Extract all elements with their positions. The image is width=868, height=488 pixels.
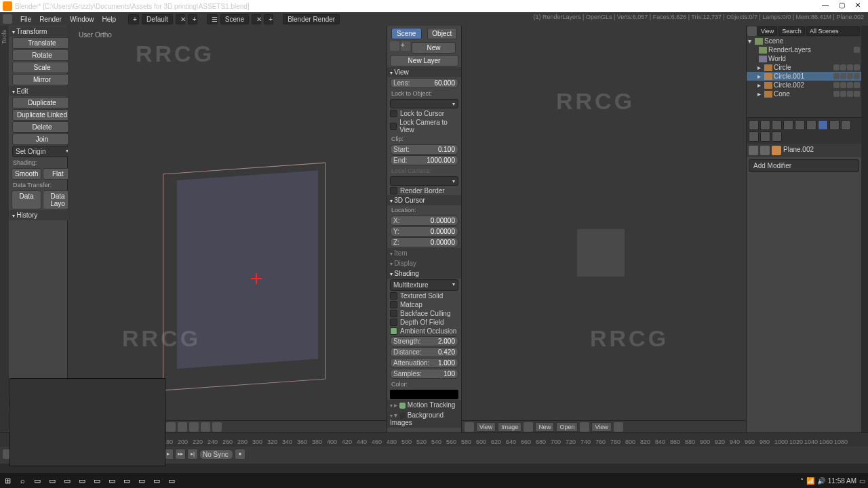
panel-transform[interactable]: Transform [9, 26, 75, 37]
menu-window[interactable]: Window [66, 16, 98, 23]
tab-modifiers-icon[interactable] [818, 120, 828, 130]
tab-data-icon[interactable] [829, 120, 840, 130]
panel-edit[interactable]: Edit [9, 86, 75, 96]
new-layer-button[interactable]: New Layer [390, 55, 458, 66]
tab-world-icon[interactable] [783, 120, 793, 130]
panel-3dcursor[interactable]: 3D Cursor [387, 195, 461, 205]
channels-icon[interactable] [614, 422, 623, 432]
tray-volume-icon[interactable]: 🔊 [817, 477, 825, 485]
view-mode[interactable]: View [591, 422, 611, 432]
scene-name[interactable]: Scene [220, 14, 249, 24]
proportional-icon[interactable] [178, 422, 187, 432]
app-icon[interactable]: ▭ [75, 474, 90, 487]
explorer-icon[interactable]: ▭ [45, 474, 60, 487]
tray-wifi-icon[interactable]: 📶 [806, 477, 814, 485]
keyframe-next-icon[interactable]: ▸▸ [175, 449, 186, 460]
duplicate-button[interactable]: Duplicate [12, 97, 72, 108]
editor-type-icon[interactable] [3, 14, 12, 24]
3d-viewport[interactable]: User Ortho Global [68, 26, 387, 432]
join-button[interactable]: Join [12, 134, 72, 145]
cursor-z[interactable]: Z:0.00000 [390, 237, 458, 247]
layers-grid-icon[interactable] [189, 422, 199, 432]
scale-button[interactable]: Scale [12, 62, 72, 73]
ao-distance-field[interactable]: Distance:0.420 [390, 347, 458, 357]
tray-chevron-icon[interactable]: ˄ [800, 477, 804, 485]
screen-layout[interactable]: Default [142, 14, 173, 24]
menu-file[interactable]: File [16, 16, 35, 23]
tab-render-icon[interactable] [749, 120, 759, 130]
tab-constraints-icon[interactable] [806, 120, 816, 130]
tab-texture-icon[interactable] [749, 131, 759, 142]
add-modifier-dropdown[interactable]: Add Modifier [749, 159, 859, 172]
tab-object-icon[interactable] [795, 120, 805, 130]
image-menu[interactable]: Image [498, 422, 521, 432]
mirror-button[interactable]: Mirror [12, 74, 72, 85]
render-engine[interactable]: Blender Render [283, 14, 340, 24]
app-icon[interactable]: ▭ [60, 474, 75, 487]
editor-type-icon[interactable] [747, 26, 757, 36]
lock-cursor-check[interactable]: Lock to Cursor [387, 109, 461, 118]
outliner-row-scene[interactable]: ▾Scene [747, 37, 861, 45]
local-camera-field[interactable] [390, 176, 458, 186]
matcap-check[interactable]: Matcap [387, 300, 461, 309]
tab-particles-icon[interactable] [760, 131, 770, 142]
breadcrumb-name[interactable]: Plane.002 [783, 146, 814, 155]
ao-check[interactable]: Ambient Occlusion [387, 327, 461, 336]
tab-material-icon[interactable] [841, 120, 851, 130]
outliner-row-circle[interactable]: ▸Circle [747, 63, 861, 72]
sync-mode-dropdown[interactable]: No Sync [199, 449, 233, 460]
outliner-mode[interactable]: All Scenes [806, 26, 860, 36]
lock-object-field[interactable] [390, 99, 458, 108]
maximize-button[interactable]: ▢ [834, 1, 849, 11]
tray-notifications-icon[interactable]: ▭ [859, 477, 865, 485]
uv-icon[interactable] [580, 422, 589, 432]
task-view-icon[interactable]: ▭ [30, 474, 45, 487]
autokey-icon[interactable]: ● [235, 449, 245, 460]
ao-color-swatch[interactable] [390, 390, 458, 399]
app-icon[interactable]: ▭ [149, 474, 164, 487]
app-icon[interactable]: ▭ [104, 474, 119, 487]
jump-end-icon[interactable]: ▸| [187, 449, 198, 460]
duplicate-linked-button[interactable]: Duplicate Linked [12, 109, 72, 121]
layout-add-icon[interactable]: + [188, 14, 197, 24]
dof-check[interactable]: Depth Of Field [387, 318, 461, 327]
translate-button[interactable]: Translate [12, 37, 72, 49]
overlays-icon[interactable] [212, 422, 222, 432]
wrench-icon[interactable] [749, 146, 758, 155]
grease-pencil-icon[interactable] [390, 41, 399, 51]
tab-tools[interactable]: Tools [0, 26, 8, 48]
layout-prev-icon[interactable]: + [128, 14, 139, 24]
tab-render-layers-icon[interactable] [760, 120, 770, 130]
uv-image-editor[interactable]: View Image New Open View [461, 26, 746, 432]
panel-motion-tracking[interactable]: ▸ Motion Tracking [387, 400, 461, 410]
backface-culling-check[interactable]: Backface Culling [387, 309, 461, 318]
lock-camera-check[interactable]: Lock Camera to View [387, 118, 461, 134]
set-origin-dropdown[interactable]: Set Origin [12, 146, 72, 157]
image-browse-icon[interactable] [524, 422, 533, 432]
ao-strength-field[interactable]: Strength:2.000 [390, 336, 458, 346]
render-border-check[interactable]: Render Border [387, 186, 461, 195]
data-button[interactable]: Data [12, 190, 41, 209]
outliner-row-cone[interactable]: ▸Cone [747, 89, 861, 98]
rotate-button[interactable]: Rotate [12, 49, 72, 61]
panel-display[interactable]: Display [387, 258, 461, 268]
search-icon[interactable]: ⌕ [15, 474, 30, 487]
panel-history[interactable]: History [9, 210, 75, 220]
panel-view[interactable]: View [387, 67, 461, 77]
clip-end-field[interactable]: End:1000.000 [390, 155, 458, 165]
outliner-row-world[interactable]: World [747, 54, 861, 63]
close-button[interactable]: ✕ [850, 1, 865, 11]
outliner-search-menu[interactable]: Search [778, 26, 805, 36]
ao-samples-field[interactable]: Samples:100 [390, 369, 458, 379]
panel-bg-images[interactable]: ▾ Background Images [387, 410, 461, 428]
tab-physics-icon[interactable] [772, 131, 782, 142]
panel-item[interactable]: Item [387, 248, 461, 258]
lens-field[interactable]: Lens:60.000 [390, 78, 458, 88]
delete-button[interactable]: Delete [12, 121, 72, 133]
minimize-button[interactable]: — [818, 1, 833, 11]
cursor-x[interactable]: X:0.00000 [390, 216, 458, 226]
cursor-y[interactable]: Y:0.00000 [390, 226, 458, 237]
image-new-button[interactable]: New [535, 422, 554, 432]
layout-delete-icon[interactable]: ✕ [176, 14, 185, 24]
shade-smooth-button[interactable]: Smooth [12, 168, 41, 180]
